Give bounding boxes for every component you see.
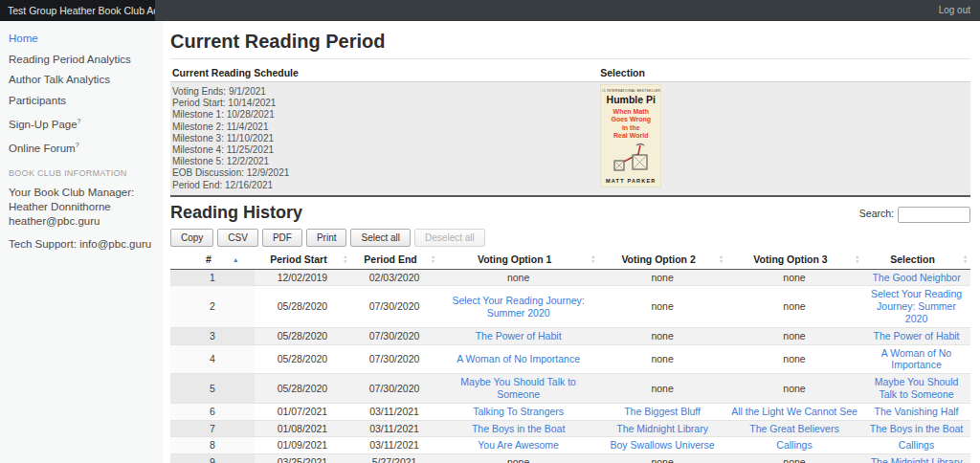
cell-start: 12/02/2019 (255, 269, 350, 286)
cell-v2: none (598, 344, 726, 374)
sort-icon: ▲▼ (719, 254, 724, 264)
cell-end: 03/11/2021 (350, 420, 438, 437)
sort-down-icon: ▼ (719, 259, 724, 265)
sort-down-icon: ▼ (855, 259, 859, 265)
cell-v1: Talking To Strangers (438, 403, 598, 420)
book-link[interactable]: The Midnight Library (871, 456, 963, 463)
book-link[interactable]: Talking To Strangers (473, 406, 564, 417)
manager-name: Heather Donnithorne (9, 200, 157, 214)
select-all-button[interactable]: Select all (350, 229, 411, 247)
pdf-button[interactable]: PDF (262, 229, 302, 247)
history-header-row: #▲Period Start▲▼Period End▲▼Voting Optio… (170, 250, 970, 270)
cell-end: 07/30/2020 (350, 286, 438, 327)
column-header-voting-option-1[interactable]: Voting Option 1▲▼ (438, 250, 598, 270)
cell-v2: none (598, 454, 726, 463)
book-link[interactable]: All the Light We Cannot See (731, 406, 858, 417)
book-subtitle-line: Real World (612, 132, 651, 140)
table-row[interactable]: 112/02/201902/03/2020nonenonenoneThe Goo… (170, 269, 970, 286)
book-subtitle-line: in the (612, 124, 651, 132)
schedule-line: Milestone 5: 12/2/2021 (172, 156, 596, 167)
cell-v2: none (598, 374, 726, 404)
book-link[interactable]: The Power of Habit (874, 330, 960, 342)
tricycle-illustration (609, 142, 653, 172)
csv-button[interactable]: CSV (217, 229, 258, 247)
sidebar-item-home[interactable]: Home (9, 32, 157, 47)
schedule-line: Milestone 3: 11/10/2021 (172, 133, 596, 144)
schedule-line: Milestone 4: 11/25/2021 (172, 144, 596, 156)
table-row[interactable]: 305/28/202007/30/2020The Power of Habitn… (170, 327, 970, 344)
cell-v1: none (438, 454, 598, 463)
book-link[interactable]: The Boys in the Boat (472, 423, 565, 434)
cell-v3: none (726, 327, 862, 344)
table-row[interactable]: 505/28/202007/30/2020Maybe You Should Ta… (170, 374, 970, 404)
sidebar-item-sign-up-page[interactable]: Sign-Up Page? (9, 114, 157, 132)
cell-v2: The Biggest Bluff (598, 403, 726, 420)
book-link[interactable]: The Boys in the Boat (870, 423, 963, 434)
cell-num: 3 (170, 327, 255, 344)
book-link[interactable]: Select Your Reading Journey: Summer 2020 (452, 295, 584, 319)
cell-v3: Callings (726, 437, 862, 454)
cell-v3: All the Light We Cannot See (726, 403, 862, 420)
reading-history-title: Reading History (170, 203, 970, 223)
book-link[interactable]: Boy Swallows Universe (611, 439, 715, 451)
column-header-period-start[interactable]: Period Start▲▼ (255, 250, 350, 270)
book-link[interactable]: The Power of Habit (476, 330, 562, 342)
divider (170, 58, 970, 59)
table-row[interactable]: 601/07/202103/11/2021Talking To Stranger… (170, 403, 970, 420)
book-link[interactable]: Maybe You Should Talk to Someone (875, 376, 959, 400)
column-header-voting-option-2[interactable]: Voting Option 2▲▼ (598, 250, 726, 270)
sidebar-item-reading-period-analytics[interactable]: Reading Period Analytics (9, 53, 157, 68)
book-link[interactable]: Callings (776, 439, 812, 451)
table-row[interactable]: 701/08/202103/11/2021The Boys in the Boa… (170, 420, 970, 437)
cell-sel: The Power of Habit (862, 327, 970, 344)
cell-sel: Maybe You Should Talk to Someone (862, 374, 970, 404)
cell-start: 01/08/2021 (255, 420, 350, 437)
sidebar-item-online-forum[interactable]: Online Forum? (9, 138, 157, 156)
book-subtitle-line: Goes Wrong (612, 116, 651, 123)
book-subtitle-line: When Math (612, 108, 651, 116)
sidebar-item-author-talk-analytics[interactable]: Author Talk Analytics (9, 73, 157, 88)
table-row[interactable]: 405/28/202007/30/2020A Woman of No Impor… (170, 344, 970, 374)
sort-icon: ▲▼ (855, 254, 859, 264)
book-link[interactable]: A Woman of No Importance (457, 353, 580, 364)
table-row[interactable]: 903/25/20215/27/2021nonenonenoneThe Midn… (170, 454, 970, 463)
cell-v3: none (726, 374, 862, 404)
column-header-period-end[interactable]: Period End▲▼ (350, 250, 438, 270)
cell-num: 5 (170, 374, 255, 404)
topbar-right: Log out (155, 0, 980, 21)
logout-link[interactable]: Log out (939, 0, 970, 21)
schedule-line: Voting Ends: 9/1/2021 (172, 86, 596, 98)
schedule-line: Period Start: 10/14/2021 (172, 98, 596, 109)
cell-v2: The Midnight Library (598, 420, 726, 437)
book-link[interactable]: Maybe You Should Talk to Someone (460, 376, 576, 400)
reading-history-table: #▲Period Start▲▼Period End▲▼Voting Optio… (170, 250, 970, 463)
table-row[interactable]: 205/28/202007/30/2020Select Your Reading… (170, 286, 970, 327)
cell-start: 05/28/2020 (255, 286, 350, 327)
column-header-selection[interactable]: Selection▲▼ (862, 250, 970, 270)
book-link[interactable]: The Good Neighbor (872, 272, 960, 283)
table-row[interactable]: 801/09/202103/11/2021You Are AwesomeBoy … (170, 437, 970, 454)
book-link[interactable]: Select Your Reading Journey: Summer 2020 (871, 288, 962, 324)
print-button[interactable]: Print (306, 229, 347, 247)
cell-v1: You Are Awesome (438, 437, 598, 454)
book-link[interactable]: Callings (899, 439, 934, 451)
cell-num: 7 (170, 420, 255, 437)
column-header-voting-option-3[interactable]: Voting Option 3▲▼ (726, 250, 862, 270)
book-link[interactable]: A Woman of No Importance (881, 347, 951, 371)
column-header-number[interactable]: #▲ (170, 250, 255, 270)
search-input[interactable] (898, 207, 970, 223)
sort-down-icon: ▼ (431, 259, 435, 265)
book-link[interactable]: The Midnight Library (616, 423, 708, 434)
sidebar-item-participants[interactable]: Participants (9, 94, 157, 109)
book-link[interactable]: The Biggest Bluff (624, 406, 701, 417)
manager-info: Your Book Club Manager: Heather Donnitho… (9, 186, 157, 230)
book-link[interactable]: You Are Awesome (478, 439, 559, 451)
book-author: MATT PARKER (606, 178, 656, 184)
sidebar: HomeReading Period AnalyticsAuthor Talk … (0, 21, 163, 463)
cell-start: 03/25/2021 (255, 454, 350, 463)
app-title: Test Group Heather Book Club Admin Inter… (0, 0, 155, 21)
copy-button[interactable]: Copy (170, 229, 213, 247)
manager-email: heather@pbc.guru (9, 214, 157, 229)
book-link[interactable]: The Vanishing Half (875, 406, 959, 417)
book-link[interactable]: The Great Believers (749, 423, 838, 434)
